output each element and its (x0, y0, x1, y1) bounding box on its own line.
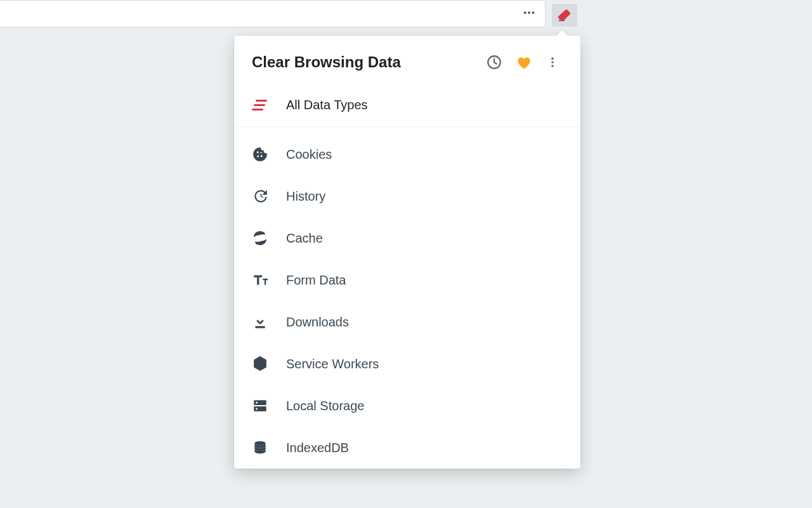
history-icon (252, 188, 268, 204)
svg-point-10 (257, 156, 259, 157)
svg-point-16 (256, 408, 258, 410)
item-label: History (286, 189, 325, 204)
item-indexeddb[interactable]: IndexedDB (234, 427, 580, 469)
eraser-icon (557, 8, 572, 23)
item-label: Service Workers (286, 357, 379, 371)
svg-point-17 (254, 441, 265, 446)
popup-title: Clear Browsing Data (252, 53, 478, 71)
more-button[interactable] (540, 50, 565, 75)
text-icon (252, 272, 268, 288)
item-cookies[interactable]: Cookies (234, 133, 580, 175)
item-label: Form Data (286, 273, 346, 288)
item-formdata[interactable]: Form Data (234, 259, 580, 301)
svg-point-5 (551, 57, 554, 60)
svg-point-7 (551, 65, 554, 67)
svg-rect-14 (254, 406, 266, 411)
svg-point-2 (532, 11, 534, 13)
svg-rect-12 (255, 326, 265, 328)
svg-point-6 (551, 61, 554, 64)
all-data-types-label: All Data Types (286, 98, 368, 112)
download-icon (252, 314, 268, 330)
item-serviceworkers[interactable]: Service Workers (234, 343, 580, 385)
overflow-icon[interactable] (522, 6, 536, 22)
address-bar[interactable] (0, 0, 546, 27)
item-downloads[interactable]: Downloads (234, 301, 580, 343)
data-type-list: Cookies History Cache (234, 127, 580, 469)
item-label: Cache (286, 231, 323, 246)
popup-header: Clear Browsing Data (234, 36, 580, 89)
svg-point-11 (261, 152, 262, 153)
extension-button[interactable] (552, 4, 577, 27)
more-vertical-icon (546, 56, 559, 69)
clock-button[interactable] (481, 50, 507, 75)
item-label: Cookies (286, 147, 332, 162)
item-history[interactable]: History (234, 175, 580, 217)
clear-data-popup: Clear Browsing Data All Data Types (234, 36, 580, 469)
storage-icon (252, 398, 268, 414)
clock-icon (486, 54, 502, 70)
heart-icon (515, 54, 532, 70)
hexagon-icon (252, 356, 268, 372)
item-label: IndexedDB (286, 441, 349, 455)
favorite-button[interactable] (511, 50, 536, 75)
cookie-icon (252, 146, 268, 163)
svg-point-8 (257, 151, 259, 153)
all-lines-icon (252, 100, 267, 111)
database-icon (252, 439, 268, 456)
svg-rect-13 (254, 400, 266, 405)
item-localstorage[interactable]: Local Storage (234, 385, 580, 427)
svg-point-15 (256, 402, 258, 404)
all-data-types-row[interactable]: All Data Types (234, 89, 580, 127)
item-cache[interactable]: Cache (234, 217, 580, 259)
svg-point-1 (528, 11, 530, 13)
cache-icon (252, 230, 268, 246)
svg-point-9 (261, 155, 263, 157)
item-label: Downloads (286, 315, 349, 330)
item-label: Local Storage (286, 399, 364, 413)
svg-point-0 (524, 11, 527, 13)
svg-rect-3 (559, 20, 565, 22)
